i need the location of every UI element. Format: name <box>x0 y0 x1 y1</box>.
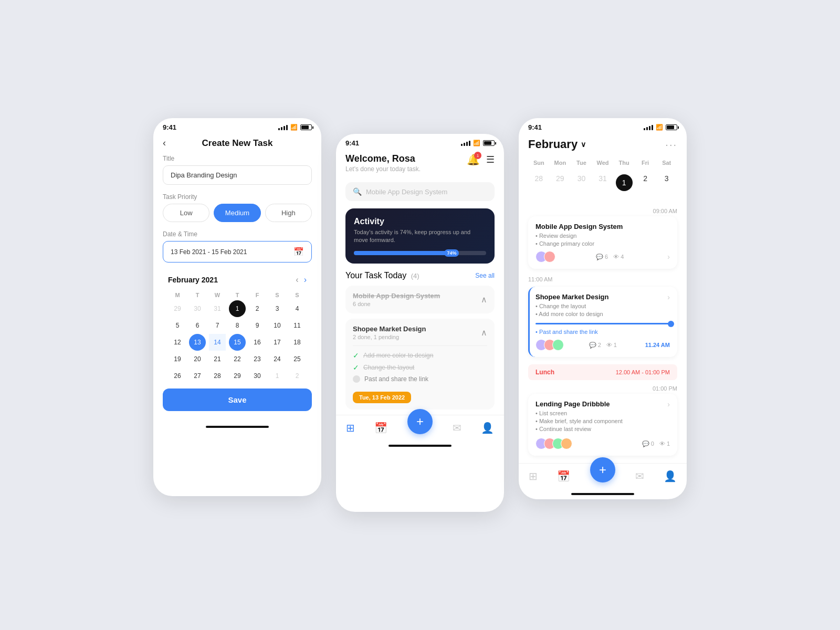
cal-day[interactable]: 26 <box>169 368 186 384</box>
cal-day[interactable]: 10 <box>269 317 286 334</box>
welcome-title: Welcome, Rosa <box>345 153 421 164</box>
cal-header-m: M <box>168 290 187 300</box>
chevron-right-1[interactable]: › <box>667 253 670 261</box>
cal-day-today[interactable]: 1 <box>229 300 246 317</box>
cal-day[interactable]: 30 <box>189 300 206 317</box>
schedule-card-footer-3: 💬 0 👁 1 <box>536 438 670 449</box>
nav-calendar-icon[interactable]: 📅 <box>374 422 387 434</box>
cal-day[interactable]: 31 <box>209 300 226 317</box>
title-input[interactable] <box>163 165 312 185</box>
cal-day[interactable]: 16 <box>249 334 266 351</box>
cal-day[interactable]: 12 <box>169 334 186 351</box>
status-icons-2: 📶 <box>461 140 495 146</box>
cal-day[interactable]: 22 <box>229 351 246 368</box>
schedule-card-item-1-2: Change primary color <box>536 240 670 247</box>
nav-profile-icon[interactable]: 👤 <box>481 422 494 434</box>
search-bar[interactable]: 🔍 Mobile App Design System <box>345 182 495 201</box>
nav-home-icon[interactable]: ⊞ <box>346 422 355 434</box>
calendar-row-2: 5 6 7 8 9 10 11 <box>168 317 307 334</box>
priority-low[interactable]: Low <box>163 204 209 222</box>
cal-day[interactable]: 11 <box>289 317 306 334</box>
search-input[interactable]: Mobile App Design System <box>366 188 447 196</box>
week-date-29[interactable]: 29 <box>550 171 571 194</box>
task-expand-1[interactable]: ∧ <box>481 295 487 304</box>
priority-high[interactable]: High <box>265 204 312 222</box>
calendar-month-title: February 2021 <box>168 276 218 284</box>
p3-nav-message-icon[interactable]: ✉ <box>635 470 644 482</box>
schedule-card-1[interactable]: Mobile App Design System Review design C… <box>528 216 677 269</box>
cal-prev-button[interactable]: ‹ <box>296 275 298 285</box>
p3-nav-calendar-icon[interactable]: 📅 <box>557 470 570 482</box>
cal-day-selected-start[interactable]: 13 <box>189 334 206 351</box>
cal-day[interactable]: 6 <box>189 317 206 334</box>
p3-nav-profile-icon[interactable]: 👤 <box>664 470 677 482</box>
cal-day[interactable]: 18 <box>289 334 306 351</box>
activity-card: Activity Today's activity is 74%, keep p… <box>345 208 495 264</box>
cal-day[interactable]: 24 <box>269 351 286 368</box>
cal-day[interactable]: 9 <box>249 317 266 334</box>
nav-message-icon[interactable]: ✉ <box>453 422 461 434</box>
cal-day[interactable]: 19 <box>169 351 186 368</box>
week-date-3[interactable]: 3 <box>656 171 677 194</box>
week-date-31[interactable]: 31 <box>592 171 614 194</box>
date-range-value: 13 Feb 2021 - 15 Feb 2021 <box>171 248 247 256</box>
save-button[interactable]: Save <box>163 388 312 411</box>
cal-day[interactable]: 4 <box>289 300 306 317</box>
schedule-card-3[interactable]: Lending Page Dribbble List screen Make b… <box>528 394 677 456</box>
back-button[interactable]: ‹ <box>163 138 166 149</box>
week-date-30[interactable]: 30 <box>571 171 592 194</box>
calendar-icon: 📅 <box>293 247 304 257</box>
notification-button[interactable]: 🔔 1 <box>467 153 480 166</box>
week-date-28[interactable]: 28 <box>528 171 550 194</box>
pending-icon <box>353 375 360 383</box>
menu-button[interactable]: ☰ <box>486 154 495 165</box>
month-dropdown-icon[interactable]: ∨ <box>581 140 586 149</box>
status-icons-1: 📶 <box>278 124 312 131</box>
cal-day[interactable]: 25 <box>289 351 306 368</box>
cal-day-selected-end[interactable]: 15 <box>229 334 246 351</box>
cal-day[interactable]: 2 <box>249 300 266 317</box>
chevron-right-3[interactable]: › <box>667 400 670 408</box>
chevron-right-2[interactable]: › <box>667 293 670 301</box>
cal-day[interactable]: 7 <box>209 317 226 334</box>
status-time-1: 9:41 <box>163 123 176 131</box>
cal-day[interactable]: 8 <box>229 317 246 334</box>
card-stats-2: 💬 2 👁 1 <box>589 342 617 349</box>
more-options-button[interactable]: ··· <box>665 139 677 151</box>
date-picker[interactable]: 13 Feb 2021 - 15 Feb 2021 📅 <box>163 241 312 262</box>
check-icon-2: ✓ <box>353 363 359 372</box>
cal-day[interactable]: 29 <box>229 368 246 384</box>
cal-day[interactable]: 27 <box>189 368 206 384</box>
cal-day[interactable]: 5 <box>169 317 186 334</box>
cal-next-button[interactable]: › <box>304 275 307 285</box>
wifi-icon-3: 📶 <box>656 124 663 131</box>
week-date-1[interactable]: 1 <box>613 171 635 194</box>
cal-day[interactable]: 17 <box>269 334 286 351</box>
p3-fab-add-button[interactable]: + <box>590 457 615 482</box>
cal-day[interactable]: 20 <box>189 351 206 368</box>
month-row: February ∨ ··· <box>528 138 677 151</box>
cal-day[interactable]: 21 <box>209 351 226 368</box>
priority-medium[interactable]: Medium <box>214 204 260 222</box>
schedule-card-footer-2: 💬 2 👁 1 11.24 AM <box>536 339 670 351</box>
see-all-button[interactable]: See all <box>475 272 495 279</box>
notification-badge: 1 <box>474 152 481 159</box>
cal-day[interactable]: 30 <box>249 368 266 384</box>
calendar-row-5: 26 27 28 29 30 1 2 <box>168 368 307 384</box>
schedule-item-2: 11:00 AM Shopee Market Design Change the… <box>528 276 677 357</box>
bottom-nav-3: ⊞ 📅 + ✉ 👤 <box>519 463 687 487</box>
schedule-title-group-2: Shopee Market Design Change the layout A… <box>536 293 608 319</box>
cal-day[interactable]: 29 <box>169 300 186 317</box>
p3-nav-home-icon[interactable]: ⊞ <box>529 470 538 482</box>
cal-day[interactable]: 28 <box>209 368 226 384</box>
fab-add-button[interactable]: + <box>407 409 433 434</box>
cal-day[interactable]: 23 <box>249 351 266 368</box>
cal-day[interactable]: 1 <box>269 368 286 384</box>
cal-day[interactable]: 2 <box>289 368 306 384</box>
schedule-card-2[interactable]: Shopee Market Design Change the layout A… <box>528 287 677 357</box>
week-date-2[interactable]: 2 <box>635 171 656 194</box>
cal-day-range[interactable]: 14 <box>209 334 226 351</box>
task-expand-2[interactable]: ∧ <box>481 328 487 338</box>
schedule-card-item-2-2: Add more color to design <box>536 311 608 317</box>
cal-day[interactable]: 3 <box>269 300 286 317</box>
